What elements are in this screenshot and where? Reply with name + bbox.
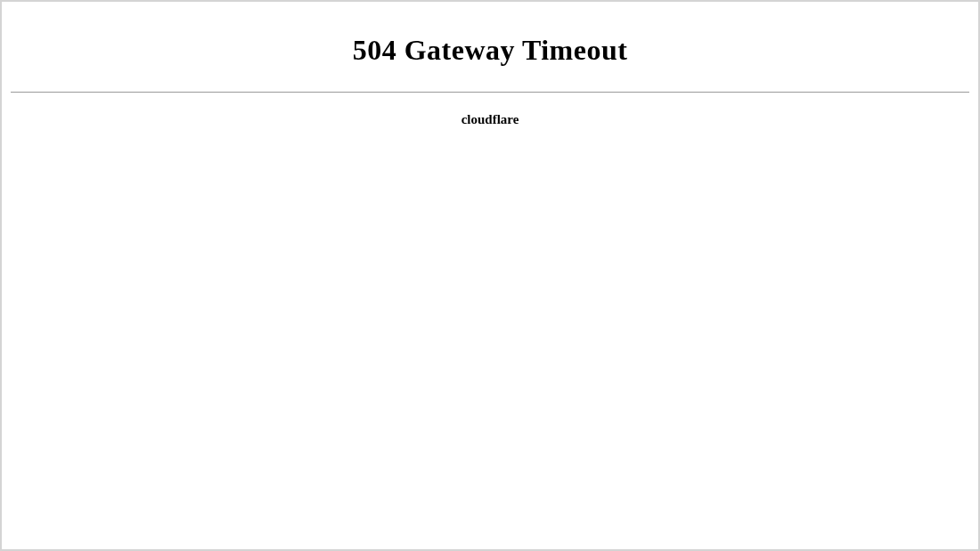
error-provider: cloudflare <box>9 112 971 127</box>
divider <box>11 92 969 93</box>
error-heading: 504 Gateway Timeout <box>9 34 971 67</box>
error-page: 504 Gateway Timeout cloudflare <box>2 2 978 134</box>
